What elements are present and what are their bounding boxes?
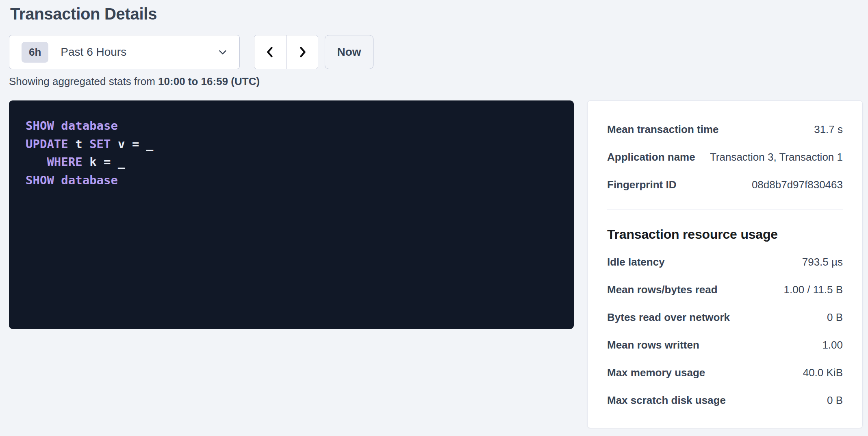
stat-value: 40.0 KiB: [803, 366, 843, 379]
sql-code: SHOW database UPDATE t SET v = _ WHERE k…: [9, 100, 574, 189]
card-divider: [607, 209, 843, 209]
next-time-window-button[interactable]: [286, 35, 318, 69]
time-range-badge: 6h: [22, 42, 48, 63]
stat-value: 31.7 s: [814, 123, 843, 136]
caption-time-range: 10:00 to 16:59 (UTC): [158, 75, 260, 87]
sql-kw-update: UPDATE: [26, 137, 68, 151]
sql-line-1: SHOW database: [26, 119, 118, 133]
time-picker-controls: 6h Past 6 Hours: [9, 35, 868, 69]
stat-row-idle-latency: Idle latency 793.5 µs: [607, 248, 843, 276]
stat-value: Transaction 3, Transaction 1: [710, 151, 843, 164]
stat-label: Bytes read over network: [607, 311, 730, 324]
stat-row-max-memory-usage: Max memory usage 40.0 KiB: [607, 359, 843, 386]
sql-statement-box: SHOW database UPDATE t SET v = _ WHERE k…: [9, 100, 574, 329]
sql-line-4: SHOW database: [26, 173, 118, 187]
chevron-right-icon: [295, 45, 309, 59]
stat-label: Application name: [607, 151, 695, 164]
sql-ident-t: t: [68, 137, 89, 151]
stat-row-max-scratch-disk-usage: Max scratch disk usage 0 B: [607, 386, 843, 414]
stat-label: Mean rows written: [607, 339, 699, 351]
time-range-label: Past 6 Hours: [61, 46, 126, 59]
aggregated-stats-caption: Showing aggregated stats from 10:00 to 1…: [9, 75, 868, 87]
stat-label: Max memory usage: [607, 366, 705, 379]
chevron-left-icon: [263, 45, 277, 59]
stat-label: Max scratch disk usage: [607, 394, 726, 407]
stat-value: 1.00: [822, 339, 843, 351]
sql-kw-where: WHERE: [47, 155, 82, 169]
sql-kw-set: SET: [89, 137, 111, 151]
now-button[interactable]: Now: [325, 35, 373, 69]
stat-row-mean-rows-bytes-read: Mean rows/bytes read 1.00 / 11.5 B: [607, 276, 843, 303]
previous-time-window-button[interactable]: [254, 35, 286, 69]
chevron-down-icon: [217, 46, 229, 58]
sql-expr-v: v = _: [111, 137, 154, 151]
stat-value: 08d8b7d97f830463: [752, 179, 843, 191]
stat-row-mean-transaction-time: Mean transaction time 31.7 s: [607, 116, 843, 143]
caption-prefix: Showing aggregated stats from: [9, 75, 158, 87]
stat-row-fingerprint-id: Fingerprint ID 08d8b7d97f830463: [607, 171, 843, 198]
stat-value: 1.00 / 11.5 B: [783, 283, 843, 296]
sql-indent: [26, 155, 47, 169]
main-content: SHOW database UPDATE t SET v = _ WHERE k…: [9, 100, 868, 428]
stat-value: 793.5 µs: [802, 256, 843, 268]
stat-value: 0 B: [827, 311, 843, 324]
stat-label: Mean transaction time: [607, 123, 719, 136]
stat-row-application-name: Application name Transaction 3, Transact…: [607, 143, 843, 171]
stat-label: Idle latency: [607, 256, 665, 268]
page-title: Transaction Details: [10, 4, 868, 24]
stat-row-bytes-read-over-network: Bytes read over network 0 B: [607, 303, 843, 331]
time-window-pager: [254, 35, 318, 69]
stat-value: 0 B: [827, 394, 843, 407]
time-range-select[interactable]: 6h Past 6 Hours: [9, 35, 240, 69]
stat-label: Mean rows/bytes read: [607, 283, 718, 296]
stat-row-mean-rows-written: Mean rows written 1.00: [607, 331, 843, 359]
resource-usage-heading: Transaction resource usage: [607, 224, 843, 244]
stat-label: Fingerprint ID: [607, 179, 676, 191]
transaction-details-page: Transaction Details 6h Past 6 Hours: [0, 0, 868, 428]
transaction-stats-card: Mean transaction time 31.7 s Application…: [587, 100, 863, 428]
sql-expr-k: k = _: [82, 155, 125, 169]
